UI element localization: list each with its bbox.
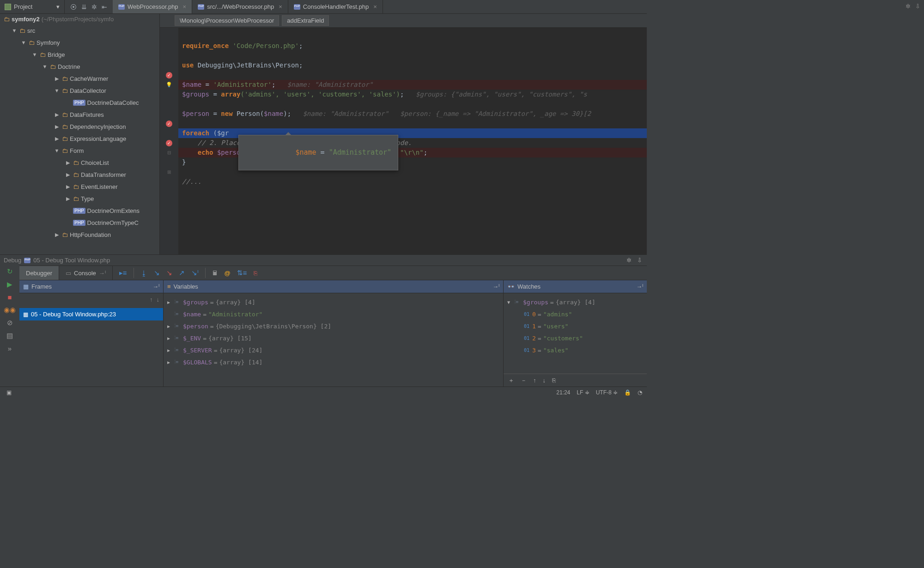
remove-watch-icon[interactable]: －: [521, 376, 527, 385]
debugger-tab[interactable]: Debugger: [19, 266, 59, 280]
settings-icon[interactable]: ▤: [6, 332, 13, 340]
editor-tab[interactable]: WebProcessor.php ×: [113, 0, 192, 13]
mute-breakpoints-icon[interactable]: ⊘: [7, 319, 13, 327]
at-icon[interactable]: @: [225, 270, 231, 277]
tree-caret-icon[interactable]: [65, 160, 71, 166]
run-to-cursor-icon[interactable]: ↘ᴵ: [191, 269, 199, 277]
step-out-icon[interactable]: ↗: [179, 269, 185, 277]
view-breakpoints-icon[interactable]: ◉◉: [4, 306, 16, 314]
tree-item[interactable]: 🗀 Doctrine: [0, 60, 159, 73]
watch-row[interactable]: ▼⦙≡ $groups = {array} [4]: [505, 296, 645, 308]
variables-list[interactable]: ▶⦙≡ $groups = {array} [4]⦙≡ $name = "Adm…: [164, 293, 503, 387]
lock-icon[interactable]: 🔒: [624, 389, 631, 396]
step-into-icon[interactable]: ↘: [154, 269, 160, 277]
watch-up-icon[interactable]: ↑: [533, 377, 536, 384]
tree-item[interactable]: 🗀 EventListener: [0, 181, 159, 193]
tree-item[interactable]: PHP DoctrineOrmExtens: [0, 205, 159, 217]
tree-item[interactable]: 🗀 Symfony: [0, 36, 159, 48]
tree-caret-icon[interactable]: [65, 184, 71, 190]
resume-icon[interactable]: ▶: [7, 280, 12, 289]
code-area[interactable]: require_once 'Code/Person.php'; use Debu…: [178, 28, 647, 254]
target-icon[interactable]: ⦿: [70, 3, 77, 11]
collapse-icon[interactable]: ⇊: [81, 3, 87, 11]
hide-icon[interactable]: →ˡ: [152, 283, 159, 290]
tree-caret-icon[interactable]: [31, 52, 38, 57]
tree-item[interactable]: 🗀 HttpFoundation: [0, 229, 159, 241]
file-encoding[interactable]: UTF-8 ≑: [596, 389, 618, 396]
tree-item[interactable]: 🗀 Form: [0, 145, 159, 157]
project-root[interactable]: 🗀 symfony2 (~/PhpstormProjects/symfo: [0, 14, 159, 24]
editor-tab[interactable]: ConsoleHandlerTest.php ×: [288, 0, 383, 13]
close-tab-icon[interactable]: ×: [279, 3, 282, 10]
frame-up-icon[interactable]: ↑: [150, 296, 153, 303]
tree-item[interactable]: 🗀 ChoiceList: [0, 157, 159, 169]
show-execution-point-icon[interactable]: ▸≡: [119, 269, 127, 277]
frame-down-icon[interactable]: ↓: [157, 296, 160, 303]
tree-caret-icon[interactable]: [54, 112, 60, 118]
breakpoint-icon[interactable]: [166, 140, 172, 146]
tree-caret-icon[interactable]: [65, 196, 71, 202]
editor-body[interactable]: 💡 ⊟ ⊞ require_once 'Code/Person.php'; us…: [160, 28, 647, 254]
tree-caret-icon[interactable]: [54, 88, 60, 93]
tree-item[interactable]: PHP DoctrineDataCollec: [0, 97, 159, 109]
minimize-icon[interactable]: ⇩: [637, 257, 642, 264]
rerun-icon[interactable]: ↻: [7, 267, 13, 276]
tree-item[interactable]: 🗀 ExpressionLanguage: [0, 133, 159, 145]
variable-row[interactable]: ▶⦙≡ $_ENV = {array} [15]: [165, 332, 501, 344]
tree-item[interactable]: 🗀 DependencyInjection: [0, 121, 159, 133]
watch-item[interactable]: 01 0 = "admins": [505, 308, 645, 320]
gutter[interactable]: 💡 ⊟ ⊞: [160, 28, 178, 254]
tree-item[interactable]: 🗀 CacheWarmer: [0, 73, 159, 85]
add-watch-icon[interactable]: ＋: [508, 376, 514, 385]
tree-item[interactable]: 🗀 Type: [0, 193, 159, 205]
tree-item[interactable]: 🗀 DataFixtures: [0, 109, 159, 121]
sort-icon[interactable]: ⇅≡: [237, 269, 247, 277]
project-tree[interactable]: 🗀 src🗀 Symfony🗀 Bridge🗀 Doctrine🗀 CacheW…: [0, 24, 159, 254]
tree-caret-icon[interactable]: [54, 136, 60, 142]
gear-icon[interactable]: ✲: [626, 257, 632, 264]
watch-down-icon[interactable]: ↓: [543, 377, 546, 384]
variable-row[interactable]: ▶⦙≡ $person = {Debugging\JetBrains\Perso…: [165, 320, 501, 332]
tree-caret-icon[interactable]: [54, 232, 60, 238]
more-icon[interactable]: »: [8, 344, 12, 352]
breadcrumb-item[interactable]: addExtraField: [282, 15, 329, 26]
stop-icon[interactable]: ■: [7, 293, 12, 301]
hide-icon[interactable]: →ˡ: [492, 283, 499, 290]
tree-item[interactable]: PHP DoctrineOrmTypeC: [0, 217, 159, 229]
copy-icon[interactable]: ⎘: [254, 270, 257, 277]
tree-item[interactable]: 🗀 DataCollector: [0, 85, 159, 97]
watches-list[interactable]: ▼⦙≡ $groups = {array} [4]01 0 = "admins"…: [504, 293, 647, 374]
project-tool-tab[interactable]: Project ▾: [0, 0, 65, 13]
tree-caret-icon[interactable]: [11, 28, 18, 33]
caret-position[interactable]: 21:24: [556, 389, 570, 396]
breakpoint-icon[interactable]: [166, 121, 172, 127]
variable-row[interactable]: ▶⦙≡ $groups = {array} [4]: [165, 296, 501, 308]
evaluate-icon[interactable]: 🖩: [212, 270, 218, 277]
variable-row[interactable]: ▶⦙≡ $_SERVER = {array} [24]: [165, 344, 501, 356]
close-tab-icon[interactable]: ×: [373, 3, 377, 10]
line-ending[interactable]: LF ≑: [577, 389, 589, 396]
tool-window-icon[interactable]: ▣: [6, 389, 12, 396]
editor-tab[interactable]: src/.../WebProcessor.php ×: [192, 0, 288, 13]
breakpoint-icon[interactable]: [166, 72, 172, 79]
tree-caret-icon[interactable]: [20, 40, 27, 45]
inspector-icon[interactable]: ◔: [638, 389, 642, 396]
tree-caret-icon[interactable]: [42, 64, 48, 69]
hide-icon[interactable]: ⇤: [102, 3, 107, 11]
watch-item[interactable]: 01 2 = "customers": [505, 332, 645, 344]
copy-watch-icon[interactable]: ⎘: [552, 377, 556, 384]
close-tab-icon[interactable]: ×: [183, 3, 187, 10]
frame-row[interactable]: ▦ 05 - Debug Tool Window.php:23: [19, 308, 163, 320]
variable-row[interactable]: ▶⦙≡ $GLOBALS = {array} [14]: [165, 356, 501, 368]
force-step-into-icon[interactable]: ↘: [166, 269, 172, 277]
variable-row[interactable]: ⦙≡ $name = "Administrator": [165, 308, 501, 320]
tree-item[interactable]: 🗀 DataTransformer: [0, 169, 159, 181]
tree-caret-icon[interactable]: [54, 76, 60, 82]
tree-item[interactable]: 🗀 src: [0, 24, 159, 36]
step-over-icon[interactable]: ⭳: [140, 269, 147, 277]
breadcrumb-item[interactable]: \Monolog\Processor\WebProcessor: [175, 15, 279, 26]
tree-item[interactable]: 🗀 Bridge: [0, 48, 159, 60]
tree-caret-icon[interactable]: [54, 148, 60, 153]
hide-icon[interactable]: →ˡ: [636, 283, 643, 290]
tree-caret-icon[interactable]: [54, 124, 60, 130]
